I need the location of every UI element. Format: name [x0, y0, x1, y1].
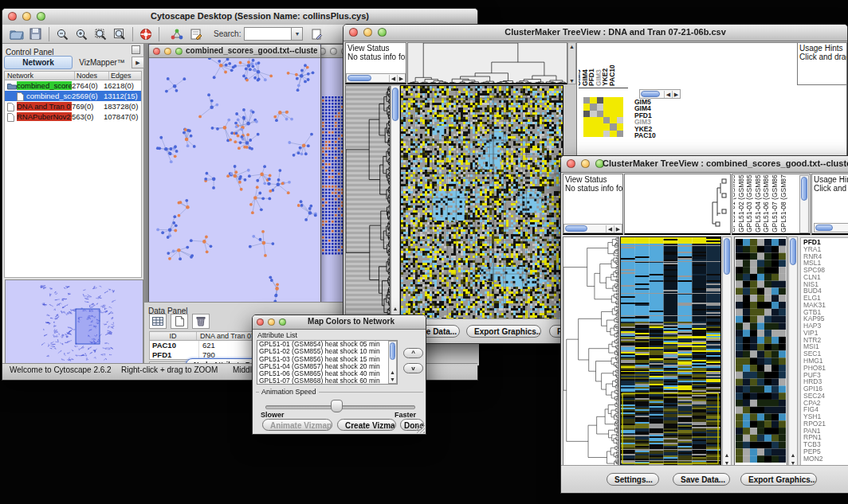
network-row[interactable]: DNA and Tran 07769(0)183728(0): [5, 101, 141, 111]
tv1-row-dendrogram-pane[interactable]: [345, 85, 391, 321]
select-attributes-icon[interactable]: [149, 314, 167, 329]
speed-slider-thumb[interactable]: [331, 400, 343, 412]
gene-label[interactable]: NTR2: [803, 336, 848, 343]
tv1-export-graphics-button[interactable]: Export Graphics...: [466, 325, 541, 338]
gene-label[interactable]: HMG1: [803, 357, 848, 364]
configure-search-icon[interactable]: [308, 26, 327, 42]
search-input[interactable]: [244, 27, 292, 41]
tv2-save-data-button[interactable]: Save Data...: [673, 473, 730, 486]
gene-label[interactable]: MAK31: [803, 301, 848, 308]
gene-label[interactable]: ELG1: [803, 294, 848, 301]
move-down-button[interactable]: v: [403, 363, 423, 373]
tv2-global-heatmap-pane[interactable]: [620, 236, 721, 467]
tv1-column-dendrogram[interactable]: [408, 43, 567, 84]
open-file-button[interactable]: [7, 26, 26, 42]
tv2-global-vscrollbar[interactable]: ▲ ▼: [722, 236, 732, 467]
gene-label[interactable]: MSI1: [803, 342, 848, 350]
dialog-titlebar[interactable]: Map Colors to Network: [253, 315, 426, 330]
animate-vizmap-button[interactable]: Animate Vizmap: [262, 419, 332, 431]
gene-label[interactable]: BUD4: [803, 287, 848, 294]
gene-label[interactable]: RPN1: [803, 433, 848, 440]
gene-label[interactable]: MON2: [803, 455, 848, 462]
attribute-list[interactable]: GPL51-01 (GSM854) heat shock 05 minGPL51…: [257, 340, 398, 385]
network-frame-1[interactable]: combined_scores_good.txt--cluste...: [148, 44, 321, 303]
tv1-heatmap[interactable]: [401, 86, 563, 320]
save-button[interactable]: [26, 26, 45, 42]
tv1-vscrollbar[interactable]: ▲ ▼: [391, 85, 400, 321]
network-row[interactable]: combined_sco2569(6)13112(15): [5, 91, 141, 101]
treeview2-titlebar[interactable]: ClusterMaker TreeView : combined_scores_…: [561, 156, 848, 173]
close-button[interactable]: [349, 28, 358, 37]
zoom-button[interactable]: [37, 12, 45, 21]
tv2-column-dendrogram-pane[interactable]: [624, 174, 731, 235]
gene-label[interactable]: CLN1: [803, 273, 848, 280]
gene-label[interactable]: TCB3: [803, 440, 848, 447]
gene-label[interactable]: HRD3: [803, 377, 848, 385]
gene-label[interactable]: FIG4: [803, 405, 848, 412]
minimize-button[interactable]: [22, 12, 31, 21]
gene-label[interactable]: NIS1: [803, 280, 848, 287]
tv1-heatmap-pane[interactable]: [400, 85, 563, 321]
tv2-zoom-heatmap[interactable]: [736, 239, 786, 463]
tv2-export-graphics-button[interactable]: Export Graphics...: [740, 473, 817, 486]
zoom-in-icon[interactable]: [72, 26, 91, 42]
gene-label[interactable]: HAP3: [803, 322, 848, 329]
tv2-status-hscrollbar[interactable]: ◀ ▶: [563, 224, 622, 233]
network-overview-pane[interactable]: [5, 279, 143, 365]
gene-label[interactable]: YRA1: [803, 245, 848, 252]
gene-label[interactable]: RPO21: [803, 420, 848, 427]
network-canvas-1[interactable]: [149, 58, 319, 302]
gene-label[interactable]: SPC98: [803, 266, 848, 273]
tv2-row-dendrogram-pane[interactable]: [563, 236, 619, 467]
gene-label[interactable]: PHO81: [803, 364, 848, 371]
tv2-collabel-vscrollbar[interactable]: [799, 175, 809, 233]
gene-label[interactable]: PEP5: [803, 447, 848, 455]
attribute-list-vscrollbar[interactable]: ▲ ▼: [388, 341, 397, 384]
create-vizmap-button[interactable]: Create Vizmap: [337, 419, 396, 431]
annotation-icon[interactable]: [186, 26, 206, 42]
gene-label[interactable]: PAN1: [803, 427, 848, 434]
close-button[interactable]: [567, 159, 575, 168]
minimize-button[interactable]: [581, 159, 590, 168]
plugin-network-icon[interactable]: [167, 26, 186, 42]
gene-label[interactable]: GPI16: [803, 385, 848, 392]
zoom-out-icon[interactable]: [53, 26, 72, 42]
treeview1-titlebar[interactable]: ClusterMaker TreeView : DNA and Tran 07-…: [344, 25, 847, 41]
gene-label[interactable]: RNR4: [803, 252, 848, 260]
tv2-column-dendrogram[interactable]: [625, 174, 730, 234]
new-attribute-icon[interactable]: [171, 314, 188, 329]
resize-grip[interactable]: [416, 424, 425, 433]
cytoscape-titlebar[interactable]: Cytoscape Desktop (Session Name: collins…: [2, 9, 477, 25]
delete-attribute-icon[interactable]: [192, 314, 210, 329]
gene-label[interactable]: VIP1: [803, 329, 848, 336]
search-dropdown-arrow[interactable]: ▼: [292, 27, 303, 41]
gene-label[interactable]: YSH1: [803, 412, 848, 420]
tv2-row-dendrogram[interactable]: [563, 237, 618, 467]
gene-label[interactable]: KAP95: [803, 315, 848, 322]
close-button[interactable]: [8, 12, 17, 21]
float-panel-icon[interactable]: [132, 45, 140, 54]
tab-vizmapper[interactable]: VizMapper™: [74, 57, 130, 68]
gene-label[interactable]: PFD1: [803, 238, 848, 245]
gene-label[interactable]: GTB1: [803, 308, 848, 315]
tv1-zoom-heatmap[interactable]: [583, 97, 623, 137]
tv2-settings-button[interactable]: Settings...: [607, 473, 659, 486]
network-frame-titlebar[interactable]: combined_scores_good.txt--cluste...: [149, 45, 320, 58]
network-overview-canvas[interactable]: [6, 280, 141, 363]
frame-zoom-button[interactable]: [175, 48, 183, 55]
gene-label[interactable]: PUF3: [803, 371, 848, 378]
tv1-dendro-scroll-strip[interactable]: ▲▼: [567, 42, 576, 84]
gene-label[interactable]: CPA2: [803, 399, 848, 406]
network-row[interactable]: RNAPuberNov2+I563(0)107847(0): [5, 111, 141, 122]
tv2-hints-hscrollbar[interactable]: [814, 223, 848, 232]
tv2-global-heatmap[interactable]: [621, 237, 720, 467]
network-row[interactable]: combined_scores2764(0)16218(0): [5, 80, 141, 91]
minimize-button[interactable]: [363, 28, 372, 37]
zoom-button[interactable]: [378, 28, 387, 37]
zoom-fit-icon[interactable]: [110, 26, 129, 42]
minimize-button[interactable]: [268, 318, 275, 326]
tv1-column-dendrogram-pane[interactable]: [407, 42, 567, 84]
gene-label[interactable]: SEC24: [803, 392, 848, 399]
frame-close-button[interactable]: [153, 48, 160, 55]
gene-label[interactable]: MSL1: [803, 259, 848, 266]
